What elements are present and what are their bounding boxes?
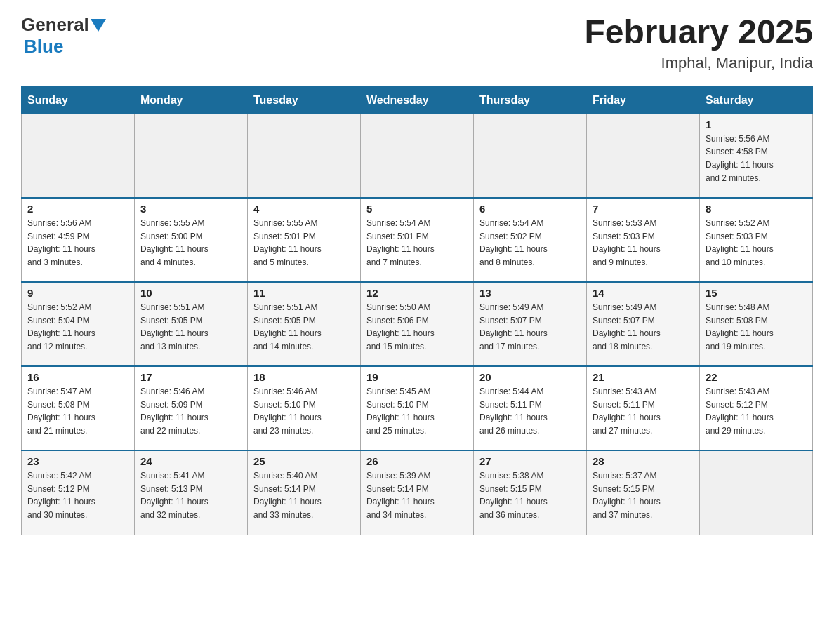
calendar-header-wednesday: Wednesday	[361, 86, 474, 114]
day-number: 4	[253, 203, 355, 215]
calendar-header-friday: Friday	[587, 86, 700, 114]
day-info: Sunrise: 5:49 AM Sunset: 5:07 PM Dayligh…	[479, 301, 581, 353]
calendar-day-cell: 15Sunrise: 5:48 AM Sunset: 5:08 PM Dayli…	[700, 282, 813, 366]
calendar-day-cell	[248, 114, 361, 198]
day-number: 23	[27, 455, 128, 467]
day-number: 3	[140, 203, 241, 215]
calendar-day-cell: 26Sunrise: 5:39 AM Sunset: 5:14 PM Dayli…	[361, 450, 474, 535]
calendar-table: SundayMondayTuesdayWednesdayThursdayFrid…	[21, 86, 813, 535]
day-number: 15	[706, 287, 807, 299]
day-info: Sunrise: 5:51 AM Sunset: 5:05 PM Dayligh…	[140, 301, 241, 353]
calendar-day-cell: 7Sunrise: 5:53 AM Sunset: 5:03 PM Daylig…	[587, 198, 700, 282]
day-info: Sunrise: 5:43 AM Sunset: 5:12 PM Dayligh…	[706, 385, 807, 437]
day-number: 26	[366, 455, 468, 467]
calendar-day-cell: 3Sunrise: 5:55 AM Sunset: 5:00 PM Daylig…	[135, 198, 248, 282]
day-info: Sunrise: 5:39 AM Sunset: 5:14 PM Dayligh…	[366, 469, 468, 521]
calendar-day-cell	[22, 114, 135, 198]
calendar-day-cell: 11Sunrise: 5:51 AM Sunset: 5:05 PM Dayli…	[248, 282, 361, 366]
day-number: 28	[593, 455, 694, 467]
calendar-header-thursday: Thursday	[474, 86, 587, 114]
day-info: Sunrise: 5:38 AM Sunset: 5:15 PM Dayligh…	[479, 469, 581, 521]
calendar-day-cell: 20Sunrise: 5:44 AM Sunset: 5:11 PM Dayli…	[474, 366, 587, 450]
day-number: 20	[479, 371, 581, 383]
calendar-day-cell: 16Sunrise: 5:47 AM Sunset: 5:08 PM Dayli…	[22, 366, 135, 450]
calendar-day-cell: 27Sunrise: 5:38 AM Sunset: 5:15 PM Dayli…	[474, 450, 587, 535]
month-title: February 2025	[584, 14, 813, 51]
day-info: Sunrise: 5:55 AM Sunset: 5:01 PM Dayligh…	[253, 217, 355, 269]
day-number: 12	[366, 287, 468, 299]
calendar-day-cell: 22Sunrise: 5:43 AM Sunset: 5:12 PM Dayli…	[700, 366, 813, 450]
day-number: 24	[140, 455, 241, 467]
calendar-week-row: 16Sunrise: 5:47 AM Sunset: 5:08 PM Dayli…	[22, 366, 813, 450]
calendar-week-row: 9Sunrise: 5:52 AM Sunset: 5:04 PM Daylig…	[22, 282, 813, 366]
day-number: 21	[593, 371, 694, 383]
day-info: Sunrise: 5:52 AM Sunset: 5:03 PM Dayligh…	[706, 217, 807, 269]
day-number: 16	[27, 371, 128, 383]
calendar-day-cell	[135, 114, 248, 198]
calendar-header-monday: Monday	[135, 86, 248, 114]
day-info: Sunrise: 5:42 AM Sunset: 5:12 PM Dayligh…	[27, 469, 128, 521]
day-info: Sunrise: 5:54 AM Sunset: 5:01 PM Dayligh…	[366, 217, 468, 269]
calendar-header-tuesday: Tuesday	[248, 86, 361, 114]
day-info: Sunrise: 5:37 AM Sunset: 5:15 PM Dayligh…	[593, 469, 694, 521]
day-number: 8	[706, 203, 807, 215]
logo-general-text: General	[21, 14, 89, 36]
day-info: Sunrise: 5:44 AM Sunset: 5:11 PM Dayligh…	[479, 385, 581, 437]
calendar-week-row: 23Sunrise: 5:42 AM Sunset: 5:12 PM Dayli…	[22, 450, 813, 535]
day-number: 19	[366, 371, 468, 383]
day-number: 18	[253, 371, 355, 383]
calendar-day-cell: 12Sunrise: 5:50 AM Sunset: 5:06 PM Dayli…	[361, 282, 474, 366]
day-info: Sunrise: 5:54 AM Sunset: 5:02 PM Dayligh…	[479, 217, 581, 269]
day-number: 27	[479, 455, 581, 467]
location-title: Imphal, Manipur, India	[584, 54, 813, 72]
day-number: 14	[593, 287, 694, 299]
calendar-day-cell	[361, 114, 474, 198]
day-info: Sunrise: 5:55 AM Sunset: 5:00 PM Dayligh…	[140, 217, 241, 269]
day-info: Sunrise: 5:51 AM Sunset: 5:05 PM Dayligh…	[253, 301, 355, 353]
calendar-day-cell: 6Sunrise: 5:54 AM Sunset: 5:02 PM Daylig…	[474, 198, 587, 282]
calendar-day-cell	[587, 114, 700, 198]
logo-blue-text: Blue	[24, 36, 63, 57]
calendar-day-cell: 28Sunrise: 5:37 AM Sunset: 5:15 PM Dayli…	[587, 450, 700, 535]
calendar-day-cell: 17Sunrise: 5:46 AM Sunset: 5:09 PM Dayli…	[135, 366, 248, 450]
calendar-header-saturday: Saturday	[700, 86, 813, 114]
logo: General Blue	[21, 14, 106, 58]
day-number: 22	[706, 371, 807, 383]
day-info: Sunrise: 5:56 AM Sunset: 4:58 PM Dayligh…	[706, 133, 807, 185]
calendar-day-cell: 1Sunrise: 5:56 AM Sunset: 4:58 PM Daylig…	[700, 114, 813, 198]
calendar-day-cell: 13Sunrise: 5:49 AM Sunset: 5:07 PM Dayli…	[474, 282, 587, 366]
calendar-week-row: 2Sunrise: 5:56 AM Sunset: 4:59 PM Daylig…	[22, 198, 813, 282]
day-info: Sunrise: 5:45 AM Sunset: 5:10 PM Dayligh…	[366, 385, 468, 437]
page-header: General Blue February 2025 Imphal, Manip…	[21, 14, 813, 72]
calendar-day-cell	[474, 114, 587, 198]
day-number: 7	[593, 203, 694, 215]
day-number: 5	[366, 203, 468, 215]
calendar-header-row: SundayMondayTuesdayWednesdayThursdayFrid…	[22, 86, 813, 114]
calendar-day-cell: 21Sunrise: 5:43 AM Sunset: 5:11 PM Dayli…	[587, 366, 700, 450]
calendar-day-cell: 8Sunrise: 5:52 AM Sunset: 5:03 PM Daylig…	[700, 198, 813, 282]
day-number: 1	[706, 119, 807, 130]
calendar-day-cell: 5Sunrise: 5:54 AM Sunset: 5:01 PM Daylig…	[361, 198, 474, 282]
day-info: Sunrise: 5:41 AM Sunset: 5:13 PM Dayligh…	[140, 469, 241, 521]
logo-triangle-icon	[91, 19, 106, 32]
day-info: Sunrise: 5:47 AM Sunset: 5:08 PM Dayligh…	[27, 385, 128, 437]
day-number: 11	[253, 287, 355, 299]
day-info: Sunrise: 5:46 AM Sunset: 5:10 PM Dayligh…	[253, 385, 355, 437]
day-number: 6	[479, 203, 581, 215]
title-section: February 2025 Imphal, Manipur, India	[584, 14, 813, 72]
calendar-day-cell: 10Sunrise: 5:51 AM Sunset: 5:05 PM Dayli…	[135, 282, 248, 366]
day-number: 25	[253, 455, 355, 467]
calendar-day-cell	[700, 450, 813, 535]
calendar-day-cell: 25Sunrise: 5:40 AM Sunset: 5:14 PM Dayli…	[248, 450, 361, 535]
calendar-day-cell: 19Sunrise: 5:45 AM Sunset: 5:10 PM Dayli…	[361, 366, 474, 450]
day-number: 2	[27, 203, 128, 215]
day-info: Sunrise: 5:56 AM Sunset: 4:59 PM Dayligh…	[27, 217, 128, 269]
day-number: 9	[27, 287, 128, 299]
day-number: 10	[140, 287, 241, 299]
calendar-day-cell: 2Sunrise: 5:56 AM Sunset: 4:59 PM Daylig…	[22, 198, 135, 282]
calendar-day-cell: 14Sunrise: 5:49 AM Sunset: 5:07 PM Dayli…	[587, 282, 700, 366]
calendar-day-cell: 18Sunrise: 5:46 AM Sunset: 5:10 PM Dayli…	[248, 366, 361, 450]
day-info: Sunrise: 5:43 AM Sunset: 5:11 PM Dayligh…	[593, 385, 694, 437]
calendar-day-cell: 9Sunrise: 5:52 AM Sunset: 5:04 PM Daylig…	[22, 282, 135, 366]
day-info: Sunrise: 5:48 AM Sunset: 5:08 PM Dayligh…	[706, 301, 807, 353]
